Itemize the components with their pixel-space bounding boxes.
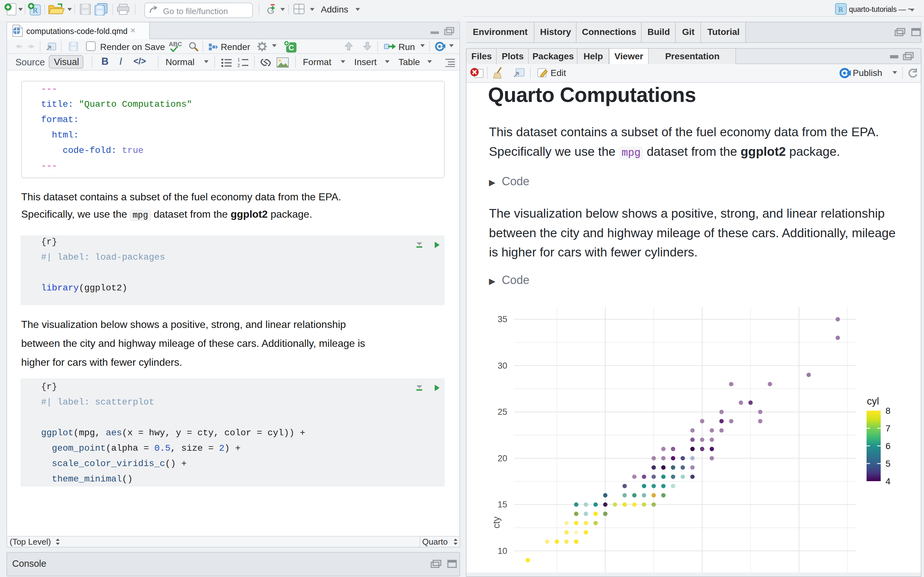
svg-text:25: 25 — [498, 407, 507, 417]
svg-text:15: 15 — [498, 500, 507, 509]
svg-text:10: 10 — [498, 546, 507, 556]
svg-text:cyl: cyl — [867, 396, 879, 407]
svg-text:6: 6 — [885, 441, 891, 451]
svg-text:cty: cty — [491, 516, 501, 529]
svg-text:2: 2 — [237, 63, 240, 67]
svg-text:1: 1 — [237, 58, 240, 62]
svg-text:ABC: ABC — [169, 41, 182, 47]
svg-text:30: 30 — [498, 361, 507, 371]
svg-text:20: 20 — [498, 454, 507, 463]
svg-text:R: R — [838, 5, 843, 13]
svg-text:C: C — [288, 43, 294, 52]
svg-text:7: 7 — [885, 424, 891, 434]
svg-text:4: 4 — [885, 476, 891, 486]
svg-text:35: 35 — [498, 314, 507, 324]
svg-text:8: 8 — [885, 406, 891, 416]
svg-text:5: 5 — [885, 459, 891, 469]
